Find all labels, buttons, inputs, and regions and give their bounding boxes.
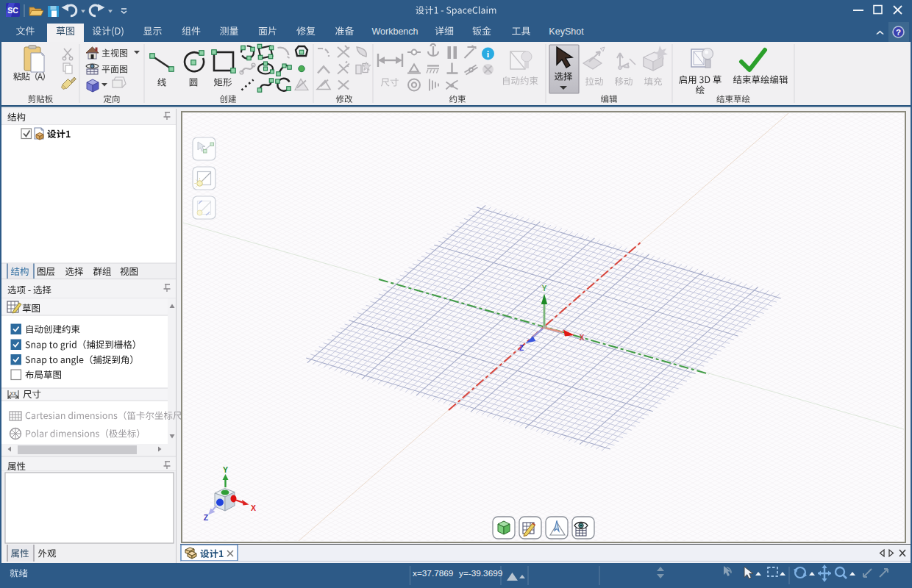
svg-text:x=37.7869: x=37.7869 bbox=[413, 568, 453, 578]
svg-text:Workbench: Workbench bbox=[372, 26, 418, 37]
svg-text:Y: Y bbox=[542, 284, 547, 293]
svg-text:y=-39.3699: y=-39.3699 bbox=[459, 568, 502, 578]
svg-text:xx: xx bbox=[10, 390, 18, 397]
svg-text:Y: Y bbox=[223, 465, 228, 474]
svg-text:?: ? bbox=[896, 28, 901, 37]
svg-text:Z: Z bbox=[204, 513, 209, 522]
svg-text:SC: SC bbox=[7, 6, 18, 15]
svg-text:KeyShot: KeyShot bbox=[549, 26, 584, 37]
svg-text:Z: Z bbox=[519, 344, 524, 352]
svg-text:X: X bbox=[251, 503, 256, 512]
svg-text:X: X bbox=[580, 334, 585, 342]
